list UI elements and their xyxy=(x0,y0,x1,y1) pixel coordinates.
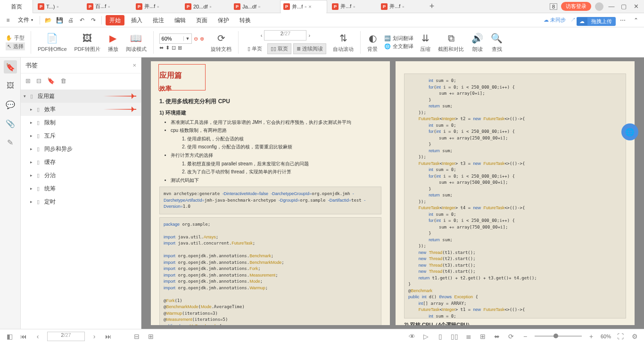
zoom-percent[interactable]: 60% xyxy=(601,334,611,339)
next-page-icon[interactable]: › xyxy=(308,33,310,38)
prev-page-icon[interactable]: ‹ xyxy=(261,33,263,38)
zoom-out-status-icon[interactable]: − xyxy=(520,333,530,340)
menu-insert[interactable]: 插入 xyxy=(127,13,146,27)
tab-4[interactable]: PJa...df▫ xyxy=(231,1,278,12)
tab-count[interactable]: 8 xyxy=(550,3,557,10)
new-tab-button[interactable]: + xyxy=(425,1,438,11)
compare-button[interactable]: ⧉截图和对比 xyxy=(435,32,467,53)
tab-3[interactable]: P20...df▫ xyxy=(182,1,229,12)
chevron-right-icon[interactable]: ▸ xyxy=(30,199,35,204)
pdf-to-image-button[interactable]: 🖼PDF转图片 xyxy=(72,32,103,53)
view-single-icon[interactable]: ▯ xyxy=(436,333,445,340)
close-panel-icon[interactable]: × xyxy=(132,62,136,69)
fit-icon[interactable]: ⬌ xyxy=(492,333,502,340)
chevron-right-icon[interactable]: ▸ xyxy=(30,107,35,112)
tab-menu-icon[interactable]: ▫ xyxy=(305,4,306,9)
tab-menu-icon[interactable]: ▫ xyxy=(57,4,58,9)
unsync-label[interactable]: ☁ 未同步 xyxy=(544,16,566,24)
rotate-button[interactable]: ⟳旋转文档 xyxy=(208,32,234,53)
tab-menu-icon[interactable]: ▫ xyxy=(258,4,260,9)
menu-protect[interactable]: 保护 xyxy=(214,13,233,27)
expand-all-icon[interactable]: ⊞ xyxy=(25,77,31,84)
chevron-down-icon[interactable]: ▼ xyxy=(183,36,192,41)
double-page-button[interactable]: ▯▯双页 xyxy=(267,43,291,54)
file-menu[interactable]: 文件▾ xyxy=(15,16,36,24)
zoom-out-icon[interactable]: ⊖ xyxy=(194,36,198,42)
fit-page-icon[interactable]: ⬍ xyxy=(165,45,170,51)
login-button[interactable]: 访客登录 xyxy=(561,2,591,11)
close-window-icon[interactable]: ✕ xyxy=(632,3,640,10)
panel-toggle-icon[interactable]: ◧ xyxy=(5,333,14,340)
last-page-icon[interactable]: ⏭ xyxy=(104,333,113,340)
tab-1[interactable]: P百...f▫ xyxy=(84,1,131,12)
maximize-icon[interactable]: ▢ xyxy=(619,3,628,10)
chevron-right-icon[interactable]: ▸ xyxy=(30,147,35,151)
tab-7[interactable]: P并...f▫ xyxy=(378,1,425,12)
view-double-icon[interactable]: ▯▯ xyxy=(450,333,459,340)
settings-status-icon[interactable]: ⚙ xyxy=(630,333,639,340)
menu-start[interactable]: 开始 xyxy=(106,15,124,25)
bookmark-item[interactable]: ▸▯效率 xyxy=(21,103,141,116)
back-icon[interactable]: ⊟ xyxy=(132,333,141,340)
bookmark-item[interactable]: ▸▯缓存 xyxy=(21,155,141,169)
tab-2[interactable]: P并...f▫ xyxy=(133,1,180,12)
fullscreen-icon[interactable]: ⛶ xyxy=(616,333,625,340)
chevron-down-icon[interactable]: ▾ xyxy=(24,94,28,98)
bookmark-item[interactable]: ▸▯定时 xyxy=(21,195,141,208)
tab-menu-icon[interactable]: ▫ xyxy=(108,4,110,9)
view-grid-icon[interactable]: ⊞ xyxy=(478,333,487,340)
tab-0[interactable]: PT...)▫ xyxy=(35,1,82,12)
zoom-in-icon[interactable]: ⊕ xyxy=(200,36,204,42)
chevron-right-icon[interactable]: ▸ xyxy=(30,120,35,125)
menu-page[interactable]: 页面 xyxy=(192,13,211,27)
chevron-right-icon[interactable]: ▸ xyxy=(30,173,35,178)
collapse-all-icon[interactable]: ⊟ xyxy=(36,77,41,84)
pdf-to-office-button[interactable]: 📄PDF转Office xyxy=(35,32,70,53)
continuous-button[interactable]: ≣连续阅读 xyxy=(293,43,326,54)
tab-home[interactable]: 首页 xyxy=(0,0,33,13)
read-aloud-button[interactable]: 🔊朗读 xyxy=(469,32,486,53)
menu-annotate[interactable]: 批注 xyxy=(149,13,168,27)
undo-icon[interactable]: ↶ xyxy=(78,16,86,24)
forward-icon[interactable]: ⊞ xyxy=(146,333,156,340)
open-icon[interactable]: 📂 xyxy=(44,16,52,24)
rotate-status-icon[interactable]: ⟳ xyxy=(506,333,516,340)
chevron-right-icon[interactable]: ▸ xyxy=(30,160,35,164)
fit-visible-icon[interactable]: ⊞ xyxy=(178,45,182,51)
next-page-icon[interactable]: › xyxy=(90,333,99,340)
prev-page-icon[interactable]: ‹ xyxy=(33,333,42,340)
avatar-icon[interactable] xyxy=(595,2,603,11)
read-mode-button[interactable]: 📖阅读模式 xyxy=(123,32,149,53)
tab-menu-icon[interactable]: ▫ xyxy=(353,4,355,9)
tab-menu-icon[interactable]: ▫ xyxy=(402,4,404,9)
play-status-icon[interactable]: ▷ xyxy=(421,333,431,340)
collapse-icon[interactable]: ⌃ xyxy=(632,16,640,24)
attachment-icon[interactable]: 📎 xyxy=(4,117,17,130)
thumbnail-icon[interactable]: 🖼 xyxy=(4,79,17,92)
full-translate-button[interactable]: 🌐全文翻译 xyxy=(384,43,413,50)
background-button[interactable]: ◐背景 xyxy=(364,32,380,53)
redo-icon[interactable]: ↷ xyxy=(89,16,98,24)
tab-6[interactable]: P并...f▫ xyxy=(329,1,376,12)
chevron-right-icon[interactable]: ▸ xyxy=(30,133,35,138)
zoom-input[interactable]: ▼ xyxy=(159,33,192,44)
close-icon[interactable]: × xyxy=(308,4,311,9)
hand-tool[interactable]: ✋手型 xyxy=(6,34,25,41)
zoom-slider[interactable] xyxy=(535,335,582,337)
single-page-button[interactable]: ▯单页 xyxy=(244,43,265,54)
translate-float-icon[interactable]: 🌐 xyxy=(621,123,638,140)
page-input[interactable]: 2/27 xyxy=(264,30,306,41)
bookmark-item[interactable]: ▸▯统筹 xyxy=(21,182,141,195)
bookmark-item[interactable]: ▸▯分治 xyxy=(21,169,141,182)
upload-button[interactable]: ☁ 拖拽上传 xyxy=(577,17,616,26)
first-page-icon[interactable]: ⏮ xyxy=(19,333,28,340)
find-button[interactable]: 🔍查找 xyxy=(488,32,505,53)
bookmark-icon[interactable]: 🔖 xyxy=(4,60,17,74)
bookmark-item[interactable]: ▸▯同步和异步 xyxy=(21,142,141,155)
play-button[interactable]: ▶播放 xyxy=(105,32,121,53)
hamburger-icon[interactable]: ≡ xyxy=(4,16,12,24)
fit-width-icon[interactable]: ⬌ xyxy=(159,45,164,51)
document-viewport[interactable]: 应用篇 效率 1. 使用多线程充分利用 CPU 1) 环境搭建 基准测试工具选择… xyxy=(141,57,644,329)
status-page-input[interactable]: 2/27 xyxy=(47,332,85,341)
zoom-in-status-icon[interactable]: + xyxy=(586,333,596,340)
